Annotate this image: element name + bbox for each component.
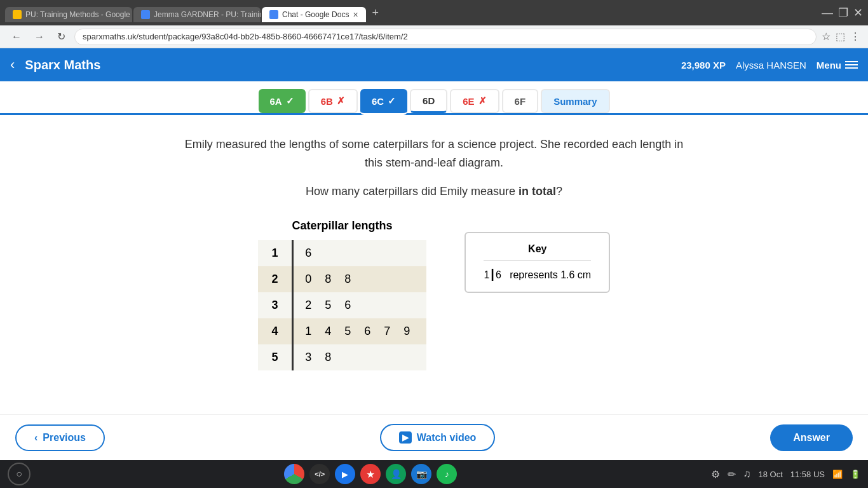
leaf-cell-4: 1 4 5 6 7 9 <box>293 318 427 344</box>
tab-label-1: PU: Training Methods - Google ... <box>25 10 132 19</box>
close-window-button[interactable]: ✕ <box>853 6 863 20</box>
browser-tab-3[interactable]: Chat - Google Docs × <box>262 7 366 22</box>
task-tab-6E[interactable]: 6E ✗ <box>450 89 499 113</box>
leaf-cell-2: 0 8 8 <box>293 266 427 292</box>
hamburger-icon <box>845 61 858 69</box>
back-nav-button[interactable]: ← <box>8 29 25 45</box>
stem-cell-5: 5 <box>258 344 293 370</box>
stem-cell-1: 1 <box>258 240 293 266</box>
stem-cell-2: 2 <box>258 266 293 292</box>
forward-nav-button[interactable]: → <box>31 29 48 45</box>
tab-favicon-1 <box>13 10 22 19</box>
tab-6C-icon: ✓ <box>388 95 396 107</box>
diagram-container: Caterpillar lengths 1620 8 832 5 641 4 5… <box>258 219 427 370</box>
chrome-taskbar-icon[interactable] <box>284 464 304 484</box>
battery-icon: 🔋 <box>850 470 860 479</box>
taskbar-date: 18 Oct <box>759 470 783 479</box>
key-box: Key 1|6 represents 1.6 cm <box>465 232 610 293</box>
app-title: Sparx Maths <box>25 58 100 72</box>
task-tabs: 6A ✓ 6B ✗ 6C ✓ 6D 6E ✗ 6F Summary <box>0 81 868 115</box>
tab-close-3[interactable]: × <box>353 10 358 20</box>
ct-taskbar-icon[interactable]: </> <box>309 464 330 484</box>
question-text-1: Emily measured the lengths of some cater… <box>180 135 688 172</box>
tab-6C-label: 6C <box>372 96 384 107</box>
diagram-title: Caterpillar lengths <box>258 219 427 233</box>
tab-6E-icon: ✗ <box>478 95 487 107</box>
taskbar-settings-icon[interactable]: ⚙ <box>711 468 720 480</box>
prev-icon: ‹ <box>34 432 37 444</box>
watch-label: Watch video <box>417 432 477 444</box>
task-tab-6F[interactable]: 6F <box>502 89 539 113</box>
key-text: represents 1.6 cm <box>510 269 591 280</box>
browser-chrome: PU: Training Methods - Google ... × Jemm… <box>0 0 868 25</box>
taskbar-right: ⚙ ✏ ♫ 18 Oct 11:58 US 📶 🔋 <box>711 468 861 480</box>
blue-taskbar-icon[interactable]: 📷 <box>411 464 431 484</box>
task-tab-summary[interactable]: Summary <box>541 89 609 113</box>
bookmark-icon[interactable]: ☆ <box>822 30 831 43</box>
bottom-bar: ‹ Previous ▶ Watch video Answer <box>0 414 868 460</box>
key-leaf: 6 <box>496 269 501 280</box>
leaf-cell-5: 3 8 <box>293 344 427 370</box>
reload-button[interactable]: ↻ <box>53 28 69 45</box>
red-taskbar-icon[interactable]: ★ <box>360 464 381 484</box>
main-content: Emily measured the lengths of some cater… <box>0 115 868 383</box>
address-input[interactable] <box>74 29 817 45</box>
question-part-2: How many caterpillars did Emily measure <box>306 185 519 198</box>
tab-6E-label: 6E <box>463 96 474 107</box>
answer-button[interactable]: Answer <box>770 424 853 451</box>
diagram-area: Caterpillar lengths 1620 8 832 5 641 4 5… <box>25 219 843 370</box>
taskbar-music-icon[interactable]: ♫ <box>743 468 751 480</box>
stem-leaf-table: 1620 8 832 5 641 4 5 6 7 953 8 <box>258 240 427 370</box>
tab-favicon-2 <box>141 10 150 19</box>
browser-tab-2[interactable]: Jemma GARDNER - PU: Trainin... × <box>133 7 261 22</box>
task-tab-6C[interactable]: 6C ✓ <box>360 89 407 115</box>
key-separator-icon: | <box>491 267 494 281</box>
task-tab-6B[interactable]: 6B ✗ <box>308 89 358 113</box>
address-icons: ☆ ⬚ ⋮ <box>822 30 860 43</box>
system-taskbar: ○ </> ▶ ★ 👤 📷 ♪ ⚙ ✏ ♫ 18 Oct 11:58 US 📶 … <box>0 460 868 488</box>
extension-icon[interactable]: ⬚ <box>836 30 845 43</box>
task-tab-6A[interactable]: 6A ✓ <box>259 89 306 113</box>
stem-cell-4: 4 <box>258 318 293 344</box>
key-stem: 1 <box>484 269 489 280</box>
taskbar-circle: ○ <box>8 463 31 485</box>
spotify-taskbar-icon[interactable]: ♪ <box>437 464 457 484</box>
new-tab-button[interactable]: + <box>367 4 384 22</box>
menu-label: Menu <box>817 60 841 71</box>
watch-icon: ▶ <box>399 431 412 444</box>
previous-button[interactable]: ‹ Previous <box>15 424 105 451</box>
menu-dots-icon[interactable]: ⋮ <box>850 30 860 43</box>
question-part-3: ? <box>556 185 562 198</box>
tab-label-3: Chat - Google Docs <box>282 10 349 19</box>
taskbar-time: 11:58 US <box>790 470 825 479</box>
tab-6F-label: 6F <box>515 96 526 107</box>
wifi-icon: 📶 <box>832 470 843 479</box>
tab-6D-label: 6D <box>423 95 435 106</box>
tab-summary-label: Summary <box>553 96 597 107</box>
header-right: 23,980 XP Alyssa HANSEN Menu <box>681 60 858 71</box>
taskbar-pen-icon[interactable]: ✏ <box>728 468 736 480</box>
prev-label: Previous <box>43 432 86 444</box>
green-taskbar-icon[interactable]: 👤 <box>386 464 406 484</box>
tab-6B-icon: ✗ <box>337 95 345 107</box>
question-text-2: How many caterpillars did Emily measure … <box>180 182 688 201</box>
tab-6A-icon: ✓ <box>286 95 294 107</box>
xp-label: 23,980 XP <box>681 60 726 71</box>
app-back-button[interactable]: ‹ <box>10 57 15 73</box>
meet-taskbar-icon[interactable]: ▶ <box>335 464 355 484</box>
app-header: ‹ Sparx Maths 23,980 XP Alyssa HANSEN Me… <box>0 48 868 81</box>
taskbar-center: </> ▶ ★ 👤 📷 ♪ <box>36 464 706 484</box>
tab-6B-label: 6B <box>321 96 333 107</box>
key-title: Key <box>484 243 591 261</box>
menu-button[interactable]: Menu <box>817 60 858 71</box>
maximize-button[interactable]: ❐ <box>838 6 848 20</box>
user-label: Alyssa HANSEN <box>736 60 806 71</box>
task-tab-6D[interactable]: 6D <box>410 89 447 113</box>
stem-cell-3: 3 <box>258 292 293 318</box>
tab-label-2: Jemma GARDNER - PU: Trainin... <box>154 10 261 19</box>
address-bar-row: ← → ↻ ☆ ⬚ ⋮ <box>0 25 868 48</box>
watch-video-button[interactable]: ▶ Watch video <box>380 424 496 451</box>
minimize-button[interactable]: — <box>822 6 833 20</box>
browser-tab-1[interactable]: PU: Training Methods - Google ... × <box>5 7 132 22</box>
answer-label: Answer <box>793 432 830 443</box>
